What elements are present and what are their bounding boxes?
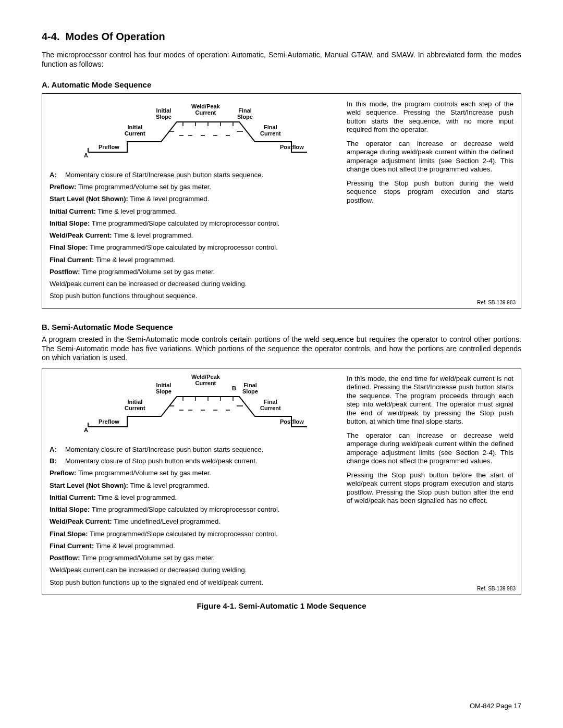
val-initcurr-a: Time & level programmed. xyxy=(97,207,177,215)
ref-a: Ref. SB-139 983 xyxy=(477,300,516,306)
val-startlevel-b: Time & level programmed. xyxy=(130,482,209,489)
val-postflow-b: Time programmed/Volume set by gas meter. xyxy=(82,554,215,562)
val-preflow-b: Time programmed/Volume set by gas meter. xyxy=(78,469,211,477)
label-finalslope-b: Final Slope: xyxy=(50,530,88,538)
diagram-a-label-initial-slope: Initial Slope xyxy=(156,107,172,120)
val-finalcurr-b: Time & level programmed. xyxy=(96,542,175,550)
right-a-p3: Pressing the Stop push button during the… xyxy=(347,179,513,205)
def-b-textB: Momentary closure of Stop push button en… xyxy=(65,457,335,465)
section-b-intro: A program created in the Semi-Automatic … xyxy=(42,335,521,363)
val-finalcurr-a: Time & level programmed. xyxy=(96,256,175,264)
diagram-a-label-final-current: Final Current xyxy=(260,124,281,137)
val-startlevel-a: Time & level programmed. xyxy=(130,195,209,203)
right-col-a: In this mode, the program controls each … xyxy=(347,100,513,304)
subsection-a-heading: A. Automatic Mode Sequence xyxy=(42,80,521,90)
section-title: Modes Of Operation xyxy=(66,31,165,42)
diagram-a-label-preflow: Preflow xyxy=(99,144,119,150)
diagram-b-label-initial-current: Initial Current xyxy=(125,399,145,411)
diagram-b-label-postflow: Postflow xyxy=(280,418,304,425)
page-footer: OM-842 Page 17 xyxy=(470,702,521,710)
diagram-b-label-B: B xyxy=(232,385,236,391)
val-finalslope-b: Time programmed/Slope calculated by micr… xyxy=(90,530,278,538)
subsection-b-heading: B. Semi-Automatic Mode Sequence xyxy=(42,323,521,332)
intro-paragraph: The microprocessor control has four mode… xyxy=(42,51,521,69)
val-weldpeak-a: Time & level programmed. xyxy=(114,231,193,239)
val-initcurr-b: Time & level programmed. xyxy=(97,493,177,501)
val-initslope-b: Time programmed/Slope calculated by micr… xyxy=(92,505,280,513)
right-a-p2: The operator can increase or decrease we… xyxy=(347,140,513,174)
def-b-tagB: B: xyxy=(50,457,60,465)
label-startlevel-b: Start Level (Not Shown): xyxy=(50,482,128,489)
diagram-b: A B Preflow Initial Current Initial Slop… xyxy=(72,375,312,437)
label-initcurr-a: Initial Current: xyxy=(50,207,96,215)
diagram-b-label-initial-slope: Initial Slope xyxy=(156,382,172,394)
diagram-b-label-preflow: Preflow xyxy=(99,418,119,425)
diagram-b-label-weld-peak: Weld/Peak Current xyxy=(191,374,220,386)
label-initslope-a: Initial Slope: xyxy=(50,219,90,227)
label-startlevel-a: Start Level (Not Shown): xyxy=(50,195,128,203)
extra1-a: Weld/peak current can be increased or de… xyxy=(50,280,335,288)
diagram-a: A Preflow Initial Current Initial Slope … xyxy=(72,100,312,163)
right-b-p3: Pressing the Stop push button before the… xyxy=(347,471,513,505)
def-a-tag: A: xyxy=(50,171,60,179)
label-postflow-b: Postflow: xyxy=(50,554,80,562)
val-preflow-a: Time programmed/Volume set by gas meter. xyxy=(78,183,211,191)
section-a-box: A Preflow Initial Current Initial Slope … xyxy=(42,93,521,309)
val-weldpeak-b: Time undefined/Level programmed. xyxy=(114,517,221,525)
label-finalcurr-b: Final Current: xyxy=(50,542,94,550)
extra2-a: Stop push button functions throughout se… xyxy=(50,292,335,300)
diagram-a-label-A: A xyxy=(84,152,88,158)
right-col-b: In this mode, the end time for weld/peak… xyxy=(347,375,513,590)
def-b-textA: Momentary closure of Start/Increase push… xyxy=(65,446,335,454)
val-finalslope-a: Time programmed/Slope calculated by micr… xyxy=(90,243,278,251)
label-postflow-a: Postflow: xyxy=(50,268,80,276)
diagram-b-label-final-current: Final Current xyxy=(260,399,281,411)
diagram-a-label-initial-current: Initial Current xyxy=(125,124,145,137)
diagram-a-label-final-slope: Final Slope xyxy=(237,107,253,120)
diagram-a-label-weld-peak: Weld/Peak Current xyxy=(191,103,220,116)
right-b-p1: In this mode, the end time for weld/peak… xyxy=(347,375,513,426)
section-heading: 4-4. Modes Of Operation xyxy=(42,30,521,43)
section-b-box: A B Preflow Initial Current Initial Slop… xyxy=(42,368,521,595)
def-b-tagA: A: xyxy=(50,446,60,454)
label-weldpeak-a: Weld/Peak Current: xyxy=(50,231,112,239)
val-postflow-a: Time programmed/Volume set by gas meter. xyxy=(82,268,215,276)
label-initcurr-b: Initial Current: xyxy=(50,493,96,501)
label-finalslope-a: Final Slope: xyxy=(50,243,88,251)
right-a-p1: In this mode, the program controls each … xyxy=(347,100,513,134)
extra1-b: Weld/peak current can be increased or de… xyxy=(50,566,335,574)
extra2-b: Stop push button functions up to the sig… xyxy=(50,578,335,587)
label-preflow-a: Preflow: xyxy=(50,183,76,191)
section-number: 4-4. xyxy=(42,31,59,42)
definitions-a: A:Momentary closure of Start/Increase pu… xyxy=(50,171,335,301)
label-initslope-b: Initial Slope: xyxy=(50,505,90,513)
figure-caption: Figure 4-1. Semi-Automatic 1 Mode Sequen… xyxy=(42,601,521,611)
diagram-a-label-postflow: Postflow xyxy=(280,144,304,150)
label-preflow-b: Preflow: xyxy=(50,469,76,477)
val-initslope-a: Time programmed/Slope calculated by micr… xyxy=(92,219,280,227)
ref-b: Ref. SB-139 983 xyxy=(477,586,516,593)
label-weldpeak-b: Weld/Peak Current: xyxy=(50,517,112,525)
definitions-b: A:Momentary closure of Start/Increase pu… xyxy=(50,446,335,587)
right-b-p2: The operator can increase or decrease we… xyxy=(347,431,513,466)
def-a-text: Momentary closure of Start/Increase push… xyxy=(65,171,335,179)
diagram-b-label-A: A xyxy=(84,427,88,433)
diagram-b-label-final-slope: Final Slope xyxy=(242,382,258,394)
label-finalcurr-a: Final Current: xyxy=(50,256,94,264)
